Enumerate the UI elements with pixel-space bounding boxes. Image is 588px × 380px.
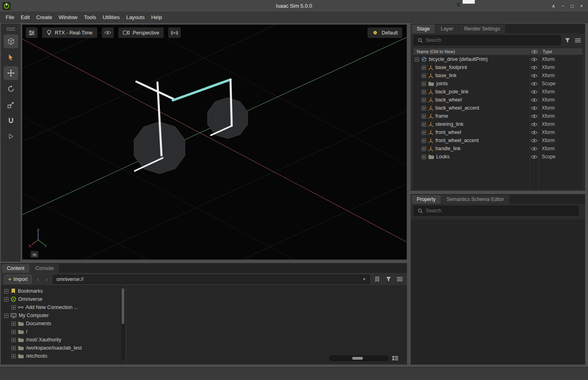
viewport[interactable]: RTX - Real-Time Perspective Default Z X … <box>22 24 407 260</box>
visibility-eye-icon[interactable] <box>530 147 538 151</box>
stage-row[interactable]: +LooksScope <box>413 153 583 161</box>
property-tab-property[interactable]: Property <box>411 195 441 204</box>
forward-button[interactable]: › <box>44 276 50 283</box>
expand-toggle[interactable]: + <box>11 305 16 310</box>
content-tab-content[interactable]: Content <box>2 264 30 273</box>
stage-tab-render-settings[interactable]: Render Settings <box>459 24 505 33</box>
scale-tool-button[interactable] <box>4 98 18 112</box>
snap-toggle-button[interactable] <box>4 114 18 127</box>
file-grid-area[interactable] <box>127 286 407 364</box>
toolbar-grip[interactable] <box>1 24 21 32</box>
tree-item-my-computer[interactable]: −My Computer <box>1 311 121 320</box>
visibility-eye-icon[interactable] <box>530 114 538 119</box>
renderer-selector[interactable]: RTX - Real-Time <box>42 27 97 38</box>
expand-toggle[interactable]: + <box>422 130 426 135</box>
visibility-eye-icon[interactable] <box>530 82 538 86</box>
stage-row[interactable]: −bicycle_drive (defaultPrim)Xform <box>413 55 583 63</box>
stage-row[interactable]: +back_wheelXform <box>413 96 583 104</box>
chevron-down-icon[interactable]: ▼ <box>362 277 366 281</box>
tree-item-etc-hosts[interactable]: +/etc/hosts <box>1 352 121 360</box>
expand-toggle[interactable]: − <box>4 313 9 318</box>
menu-edit[interactable]: Edit <box>17 14 33 20</box>
camera-selector[interactable]: Perspective <box>118 27 164 38</box>
expand-toggle[interactable]: − <box>4 297 9 302</box>
stage-row[interactable]: +steering_linkXform <box>413 120 583 128</box>
expand-toggle[interactable]: − <box>415 57 419 62</box>
stage-row[interactable]: +base_linkXform <box>413 71 583 80</box>
thumbnail-zoom-slider[interactable] <box>329 356 388 361</box>
tree-scrollbar[interactable] <box>121 287 125 360</box>
column-type-header[interactable]: Type <box>539 48 582 55</box>
viewport-visibility-button[interactable] <box>101 27 114 38</box>
viewport-waypoint-button[interactable] <box>168 27 181 38</box>
visibility-eye-icon[interactable] <box>530 155 538 159</box>
stage-tab-stage[interactable]: Stage <box>411 24 435 33</box>
tree-item-root[interactable]: +/ <box>1 328 121 336</box>
menu-layouts[interactable]: Layouts <box>123 14 148 20</box>
stage-row[interactable]: +back_wheel_accentXform <box>413 104 583 112</box>
selection-mode-button[interactable] <box>4 35 18 48</box>
menu-utilities[interactable]: Utilities <box>99 14 123 20</box>
tree-item-workspace-isaaclab-test[interactable]: +/workspace/isaaclab_test <box>1 344 121 352</box>
tree-item-root-xauthority[interactable]: +/root/.Xauthority <box>1 336 121 344</box>
tree-item-bookmarks[interactable]: −Bookmarks <box>1 287 121 295</box>
select-tool-button[interactable] <box>4 50 18 64</box>
expand-toggle[interactable]: + <box>11 354 16 358</box>
expand-toggle[interactable]: + <box>422 106 426 110</box>
expand-toggle[interactable]: + <box>11 338 16 342</box>
visibility-eye-icon[interactable] <box>530 138 538 143</box>
expand-toggle[interactable]: + <box>422 147 426 151</box>
move-tool-button[interactable] <box>4 66 18 80</box>
expand-toggle[interactable]: + <box>422 90 426 94</box>
tree-item-omniverse[interactable]: −Omniverse <box>1 295 121 303</box>
stage-table-header[interactable]: Name (Old to New) Type <box>413 48 583 55</box>
stage-filter-button[interactable] <box>563 36 571 44</box>
stage-options-button[interactable] <box>574 36 582 44</box>
axis-gizmo[interactable]: Z X Y <box>26 229 52 250</box>
tree-item-documents[interactable]: +Documents <box>1 320 121 328</box>
menu-window[interactable]: Window <box>55 14 80 20</box>
expand-toggle[interactable]: − <box>4 289 9 294</box>
stage-row[interactable]: +frameXform <box>413 112 583 120</box>
expand-toggle[interactable]: + <box>422 98 426 102</box>
expand-toggle[interactable]: + <box>422 82 426 86</box>
visibility-eye-icon[interactable] <box>530 57 538 62</box>
content-filter-button[interactable] <box>384 275 392 283</box>
slider-thumb[interactable] <box>352 357 363 360</box>
scrollbar-thumb[interactable] <box>122 288 124 324</box>
stage-row[interactable]: +handle_linkXform <box>413 145 583 153</box>
property-tab-semantics-schema-editor[interactable]: Semantics Schema Editor <box>441 195 509 204</box>
content-tab-console[interactable]: Console <box>30 264 59 273</box>
expand-toggle[interactable]: + <box>11 330 16 334</box>
stage-tab-layer[interactable]: Layer <box>435 24 459 33</box>
stage-row[interactable]: +back_pole_linkXform <box>413 88 583 96</box>
play-button[interactable] <box>4 130 18 143</box>
back-button[interactable]: ‹ <box>35 276 41 283</box>
stage-row[interactable]: +front_wheelXform <box>413 128 583 136</box>
wheel-mesh[interactable] <box>208 98 248 139</box>
path-input[interactable]: omniverse:// ▼ <box>53 275 370 284</box>
visibility-eye-icon[interactable] <box>530 122 538 127</box>
stage-search-input[interactable]: Search <box>414 35 561 45</box>
keep-on-top-button[interactable]: ∧ <box>549 2 558 10</box>
expand-toggle[interactable]: + <box>422 122 426 127</box>
visibility-eye-icon[interactable] <box>530 98 538 102</box>
menu-create[interactable]: Create <box>33 14 55 20</box>
column-visibility-header[interactable] <box>530 48 539 55</box>
expand-toggle[interactable]: + <box>422 114 426 119</box>
tree-item-add-new-connection[interactable]: +Add New Connection ... <box>1 303 121 311</box>
content-options-button[interactable] <box>396 275 404 283</box>
stage-row[interactable]: +jointsScope <box>413 80 583 88</box>
rotate-tool-button[interactable] <box>4 82 18 96</box>
expand-toggle[interactable]: + <box>422 155 426 159</box>
property-search-input[interactable]: Search <box>414 206 579 216</box>
minimize-button[interactable]: − <box>559 2 567 10</box>
expand-toggle[interactable]: + <box>11 322 16 326</box>
lighting-selector[interactable]: Default <box>367 27 403 38</box>
menu-tools[interactable]: Tools <box>81 14 99 20</box>
import-button[interactable]: + Import <box>4 275 32 284</box>
expand-toggle[interactable]: + <box>422 138 426 143</box>
visibility-eye-icon[interactable] <box>530 90 538 94</box>
expand-toggle[interactable]: + <box>11 346 16 350</box>
stage-row[interactable]: +base_footprintXform <box>413 63 583 71</box>
